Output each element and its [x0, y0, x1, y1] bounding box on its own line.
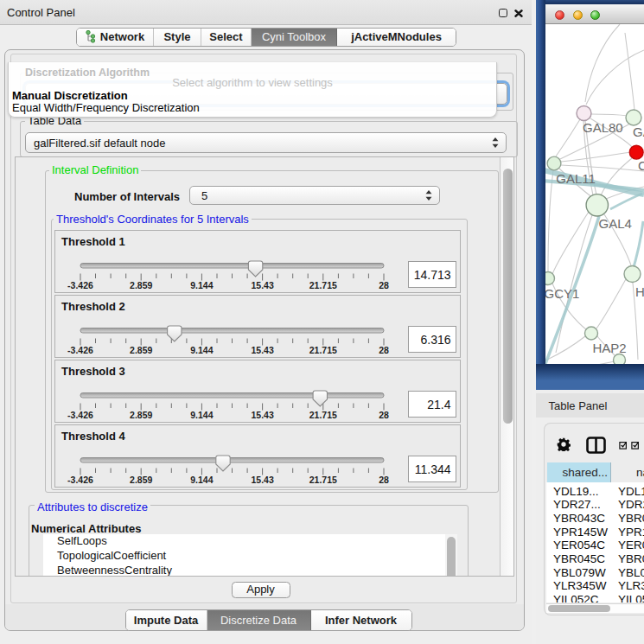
svg-text:2.859: 2.859: [130, 475, 152, 485]
svg-text:GAL11: GAL11: [556, 171, 596, 186]
svg-text:15.43: 15.43: [251, 410, 273, 420]
svg-text:28: 28: [379, 345, 389, 355]
svg-text:CDC2: CDC2: [638, 158, 644, 173]
svg-text:GCY1: GCY1: [545, 286, 579, 301]
svg-text:9.144: 9.144: [190, 475, 213, 485]
svg-text:HIS4: HIS4: [635, 284, 644, 299]
svg-text:21.715: 21.715: [309, 475, 337, 485]
svg-text:21.715: 21.715: [309, 410, 337, 420]
svg-text:9.144: 9.144: [190, 280, 213, 290]
svg-text:28: 28: [379, 475, 389, 485]
svg-text:9.144: 9.144: [190, 410, 213, 420]
svg-text:-3.426: -3.426: [67, 475, 93, 485]
svg-text:2.859: 2.859: [130, 345, 152, 355]
svg-text:28: 28: [379, 280, 389, 290]
svg-text:-3.426: -3.426: [67, 345, 93, 355]
svg-text:-3.426: -3.426: [67, 280, 93, 290]
svg-text:-3.426: -3.426: [67, 410, 93, 420]
svg-text:2.859: 2.859: [130, 410, 152, 420]
svg-text:15.43: 15.43: [251, 345, 273, 355]
svg-text:HAP2: HAP2: [593, 341, 627, 355]
svg-text:9.144: 9.144: [190, 345, 213, 355]
svg-text:2.859: 2.859: [130, 280, 152, 290]
svg-text:GAL1: GAL1: [633, 124, 644, 139]
svg-text:GAL4: GAL4: [599, 216, 632, 231]
svg-text:28: 28: [379, 410, 389, 420]
svg-text:21.715: 21.715: [309, 345, 337, 355]
svg-text:15.43: 15.43: [251, 475, 273, 485]
svg-text:21.715: 21.715: [309, 280, 337, 290]
svg-text:GAL80: GAL80: [583, 120, 623, 135]
svg-text:15.43: 15.43: [251, 280, 273, 290]
